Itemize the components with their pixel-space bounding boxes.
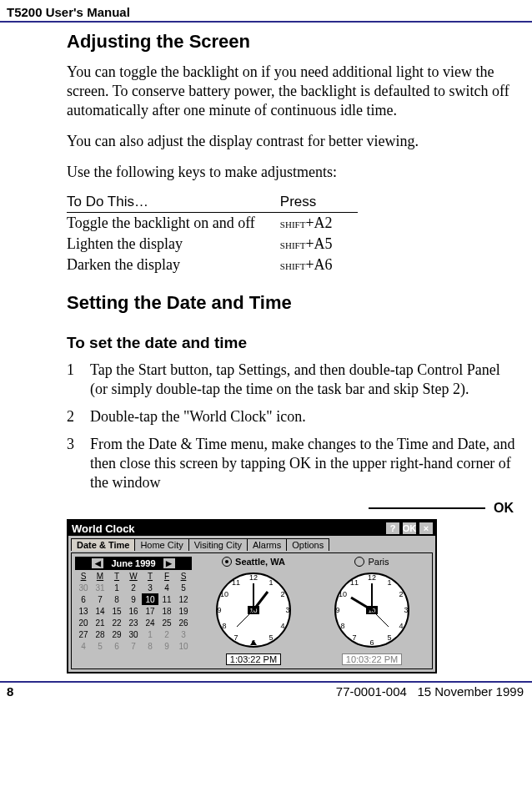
tab-options[interactable]: Options xyxy=(286,538,329,551)
tab-bar: Date & Time Home City Visiting City Alar… xyxy=(71,538,433,551)
svg-text:9: 9 xyxy=(217,606,221,614)
key-press: shift+A5 xyxy=(280,234,358,255)
page-number: 8 xyxy=(7,684,67,699)
svg-text:8: 8 xyxy=(222,622,226,630)
home-clock-icon: 1212 345 678 91011 10 xyxy=(208,568,299,652)
svg-text:2: 2 xyxy=(280,590,284,598)
list-item: 3From the Date & Time menu, make changes… xyxy=(67,435,519,492)
home-clock-column: Seattle, WA 1212 345 678 91011 xyxy=(197,557,310,665)
footer: 8 77-0001-004 15 November 1999 xyxy=(0,683,532,705)
calendar-grid[interactable]: SMTWTFS 303112345 6789101112 13141516171… xyxy=(75,570,192,652)
tab-alarms[interactable]: Alarms xyxy=(247,538,287,551)
doc-number: 77-0001-004 xyxy=(336,684,407,699)
visiting-city-label: Paris xyxy=(368,557,389,567)
home-city-radio[interactable] xyxy=(222,557,232,567)
key-press: shift+A6 xyxy=(280,255,358,275)
svg-text:6: 6 xyxy=(369,638,374,647)
visiting-clock-icon: 1212 345 678 91011 10 xyxy=(326,568,418,652)
svg-text:1: 1 xyxy=(387,578,391,587)
svg-text:12: 12 xyxy=(249,573,258,582)
svg-text:1: 1 xyxy=(269,578,273,587)
table-row: Darken the display shift+A6 xyxy=(67,255,358,275)
table-row: Toggle the backlight on and off shift+A2 xyxy=(67,213,358,235)
tab-home-city[interactable]: Home City xyxy=(134,538,188,551)
section-title-datetime: Setting the Date and Time xyxy=(67,292,519,314)
callout-ok-label: OK xyxy=(494,501,514,516)
content-area: Adjusting the Screen You can toggle the … xyxy=(0,31,532,676)
visiting-city-radio[interactable] xyxy=(354,557,364,567)
para-backlight: You can toggle the backlight on if you n… xyxy=(67,63,519,120)
svg-text:11: 11 xyxy=(232,578,240,587)
calendar: ◀ June 1999 ▶ SMTWTFS 303112345 67891011… xyxy=(75,557,192,652)
svg-text:8: 8 xyxy=(340,622,344,630)
svg-text:5: 5 xyxy=(387,633,391,642)
key-table-header-press: Press xyxy=(280,194,358,213)
svg-text:10: 10 xyxy=(339,590,347,598)
key-table-header-action: To Do This… xyxy=(67,194,280,213)
window-title: World Clock xyxy=(70,522,384,535)
date-time-panel: ◀ June 1999 ▶ SMTWTFS 303112345 67891011… xyxy=(71,552,433,669)
calendar-month: June 1999 xyxy=(111,558,155,568)
doc-date: 15 November 1999 xyxy=(417,684,524,699)
subsection-title: To set the date and time xyxy=(67,334,519,352)
svg-text:7: 7 xyxy=(352,633,356,642)
header-rule xyxy=(0,21,532,23)
running-head: T5200 User's Manual xyxy=(0,0,532,19)
svg-text:4: 4 xyxy=(399,622,403,630)
svg-text:3: 3 xyxy=(285,606,289,614)
key-action: Lighten the display xyxy=(67,234,280,255)
table-row: Lighten the display shift+A5 xyxy=(67,234,358,255)
world-clock-figure: OK World Clock ? OK × Date & Time Home C… xyxy=(67,501,519,676)
prev-month-button[interactable]: ◀ xyxy=(91,557,104,569)
steps-list: 1Tap the Start button, tap Settings, and… xyxy=(67,361,519,492)
help-button[interactable]: ? xyxy=(385,522,400,535)
close-button[interactable]: × xyxy=(419,522,434,535)
key-action: Toggle the backlight on and off xyxy=(67,213,280,235)
svg-text:7: 7 xyxy=(233,633,238,642)
tab-date-time[interactable]: Date & Time xyxy=(71,538,135,551)
home-time-field[interactable]: 1:03:22 PM xyxy=(226,653,281,665)
svg-text:2: 2 xyxy=(399,590,403,598)
svg-text:4: 4 xyxy=(280,622,284,630)
callout-leader-line xyxy=(369,507,485,509)
ok-button[interactable]: OK xyxy=(402,522,417,535)
svg-text:5: 5 xyxy=(269,633,273,642)
visiting-time-field: 10:03:22 PM xyxy=(342,653,402,665)
section-title-adjusting: Adjusting the Screen xyxy=(67,31,519,53)
key-press: shift+A2 xyxy=(280,213,358,235)
svg-text:3: 3 xyxy=(404,606,408,614)
key-action: Darken the display xyxy=(67,255,280,275)
list-item: 1Tap the Start button, tap Settings, and… xyxy=(67,361,519,399)
para-contrast: You can also adjust the display contrast… xyxy=(67,132,519,151)
svg-text:10: 10 xyxy=(220,590,228,598)
key-table: To Do This… Press Toggle the backlight o… xyxy=(67,194,358,275)
svg-text:12: 12 xyxy=(368,573,376,582)
svg-text:11: 11 xyxy=(350,578,359,587)
home-city-label: Seattle, WA xyxy=(235,557,285,567)
svg-text:9: 9 xyxy=(335,606,339,614)
list-item: 2Double-tap the "World Clock" icon. xyxy=(67,407,519,426)
visiting-clock-column: Paris 1212 345 678 91011 xyxy=(315,557,429,665)
next-month-button[interactable]: ▶ xyxy=(163,557,176,569)
para-keys-intro: Use the following keys to make adjustmen… xyxy=(67,163,519,182)
tab-visiting-city[interactable]: Visiting City xyxy=(188,538,248,551)
world-clock-window: World Clock ? OK × Date & Time Home City… xyxy=(67,519,437,673)
titlebar: World Clock ? OK × xyxy=(68,521,435,536)
